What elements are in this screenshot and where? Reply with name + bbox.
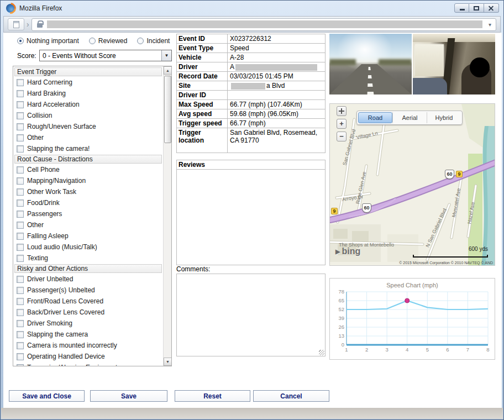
status-radio-incident[interactable]: Incident bbox=[137, 37, 170, 45]
checklist-item-label: Texting bbox=[27, 254, 48, 262]
checklist-item[interactable]: Hard Braking bbox=[13, 88, 163, 99]
checklist-item-label: Back/Driver Lens Covered bbox=[27, 308, 104, 316]
checklist-item[interactable]: Tampering/Abusing Equipment bbox=[13, 362, 163, 366]
detail-field-label: Record Date bbox=[176, 71, 228, 81]
url-bar[interactable]: ▾ bbox=[32, 18, 496, 31]
close-button[interactable] bbox=[484, 3, 499, 13]
checklist-item[interactable]: Hard Cornering bbox=[13, 77, 163, 88]
map-zoom-out-button[interactable]: − bbox=[337, 132, 347, 141]
checklist-item[interactable]: Driver Smoking bbox=[13, 318, 163, 329]
checklist-item[interactable]: Rough/Uneven Surface bbox=[13, 121, 163, 132]
status-radio-reviewed[interactable]: Reviewed bbox=[89, 37, 128, 45]
face-redaction-circle bbox=[470, 57, 490, 77]
checkbox-icon[interactable] bbox=[17, 177, 24, 185]
detail-field-label: Event Type bbox=[176, 43, 228, 53]
checkbox-icon[interactable] bbox=[17, 222, 24, 229]
checklist-item-label: Front/Road Lens Covered bbox=[27, 297, 103, 305]
checklist-section-header: Event Trigger bbox=[14, 67, 162, 76]
resize-grip-icon[interactable] bbox=[319, 350, 324, 355]
detail-field-label: Trigger location bbox=[176, 128, 228, 153]
checkbox-icon[interactable] bbox=[17, 188, 24, 196]
checkbox-icon[interactable] bbox=[17, 101, 24, 108]
dropdown-arrow-icon[interactable]: ▼ bbox=[161, 50, 171, 61]
checklist-item-label: Loud audio (Music/Talk) bbox=[27, 243, 97, 251]
checklist-item[interactable]: Operating Handled Device bbox=[13, 351, 163, 362]
checklist-item[interactable]: Other Work Task bbox=[13, 186, 163, 197]
save-and-close-button[interactable]: Save and Close bbox=[9, 390, 85, 402]
action-bar: Save and CloseSaveResetCancel bbox=[3, 390, 502, 405]
scrollbar-thumb[interactable] bbox=[164, 76, 171, 143]
checklist-item[interactable]: Passengers bbox=[13, 208, 163, 219]
map-view-road-button[interactable]: Road bbox=[358, 112, 392, 123]
reset-button[interactable]: Reset bbox=[175, 390, 250, 402]
comments-textarea[interactable] bbox=[176, 274, 326, 356]
checklist-item[interactable]: Camera is mounted incorrectly bbox=[13, 340, 163, 351]
checkbox-icon[interactable] bbox=[17, 331, 24, 338]
checklist-item[interactable]: Collision bbox=[13, 110, 163, 121]
save-button[interactable]: Save bbox=[90, 390, 167, 402]
checklist-item[interactable]: Cell Phone bbox=[13, 164, 163, 175]
scroll-down-button[interactable]: ▼ bbox=[164, 358, 172, 366]
checkbox-icon[interactable] bbox=[17, 200, 24, 207]
maximize-button[interactable] bbox=[469, 3, 484, 13]
checklist-panel: Event TriggerHard CorneringHard BrakingH… bbox=[13, 66, 172, 366]
checkbox-icon[interactable] bbox=[17, 255, 24, 262]
checklist-item[interactable]: Back/Driver Lens Covered bbox=[13, 307, 163, 318]
checklist-item-label: Operating Handled Device bbox=[27, 353, 105, 360]
map-panel[interactable]: + − RoadAerialHybrid ▶ bing 600 yds © 20… bbox=[329, 103, 495, 266]
titlebar[interactable]: Mozilla Firefox bbox=[1, 1, 503, 16]
checkbox-icon[interactable] bbox=[17, 79, 24, 86]
checkbox-icon[interactable] bbox=[17, 166, 24, 174]
checklist-item[interactable]: Texting bbox=[13, 253, 163, 264]
checklist-item[interactable]: Slapping the camera bbox=[13, 329, 163, 340]
checkbox-icon[interactable] bbox=[17, 298, 24, 305]
checkbox-icon[interactable] bbox=[17, 211, 24, 218]
scroll-up-button[interactable]: ▲ bbox=[164, 66, 172, 75]
checklist-item-label: Other bbox=[27, 134, 44, 141]
checklist-item[interactable]: Hard Acceleration bbox=[13, 99, 163, 110]
url-dropdown-icon[interactable]: ▾ bbox=[487, 22, 493, 28]
checkbox-icon[interactable] bbox=[17, 233, 24, 240]
checklist-item[interactable]: Mapping/Navigation bbox=[13, 175, 163, 186]
minimize-button[interactable] bbox=[454, 3, 469, 13]
checkbox-icon[interactable] bbox=[17, 244, 24, 251]
checkbox-icon[interactable] bbox=[17, 320, 24, 327]
checklist-scrollbar[interactable]: ▲ ▼ bbox=[163, 66, 171, 366]
redaction-block bbox=[231, 83, 265, 90]
checklist-item-label: Hard Cornering bbox=[27, 78, 72, 86]
checkbox-icon[interactable] bbox=[17, 123, 24, 130]
checklist-item[interactable]: Falling Asleep bbox=[13, 230, 163, 242]
checkbox-icon[interactable] bbox=[17, 145, 24, 153]
checklist-item[interactable]: Passenger(s) Unbelted bbox=[13, 285, 163, 296]
checklist-item[interactable]: Food/Drink bbox=[13, 197, 163, 208]
map-view-aerial-button[interactable]: Aerial bbox=[392, 112, 427, 123]
checklist-item[interactable]: Loud audio (Music/Talk) bbox=[13, 242, 163, 253]
checklist-section-header: Risky and Other Actions bbox=[14, 264, 162, 273]
page-button[interactable] bbox=[8, 18, 24, 30]
checklist-item-label: Hard Braking bbox=[27, 90, 66, 97]
checklist-item[interactable]: Other bbox=[13, 219, 163, 230]
checklist-item[interactable]: Other bbox=[13, 132, 163, 143]
checkbox-icon[interactable] bbox=[17, 134, 24, 141]
checkbox-icon[interactable] bbox=[17, 364, 24, 366]
map-view-buttons: RoadAerialHybrid bbox=[356, 111, 463, 125]
checkbox-icon[interactable] bbox=[17, 309, 24, 316]
firefox-icon bbox=[6, 4, 15, 13]
checkbox-icon[interactable] bbox=[17, 90, 24, 97]
checkbox-icon[interactable] bbox=[17, 342, 24, 349]
checkbox-icon[interactable] bbox=[17, 112, 24, 119]
status-radio-nothing-important[interactable]: Nothing important bbox=[17, 37, 79, 45]
checklist-item[interactable]: Driver Unbelted bbox=[13, 274, 163, 285]
map-view-hybrid-button[interactable]: Hybrid bbox=[427, 112, 461, 123]
map-zoom-in-button[interactable]: + bbox=[337, 119, 347, 129]
map-pan-button[interactable] bbox=[337, 106, 347, 116]
checklist-item[interactable]: Front/Road Lens Covered bbox=[13, 296, 163, 307]
score-select[interactable]: 0 - Events Without Score ▼ bbox=[39, 50, 172, 61]
cancel-button[interactable]: Cancel bbox=[253, 390, 329, 402]
checklist-item[interactable]: Slapping the camera! bbox=[13, 143, 163, 154]
checkbox-icon[interactable] bbox=[17, 353, 24, 360]
checkbox-icon[interactable] bbox=[17, 287, 24, 294]
reviews-box bbox=[176, 169, 326, 265]
checklist-item-label: Rough/Uneven Surface bbox=[27, 123, 96, 130]
checkbox-icon[interactable] bbox=[17, 276, 24, 283]
